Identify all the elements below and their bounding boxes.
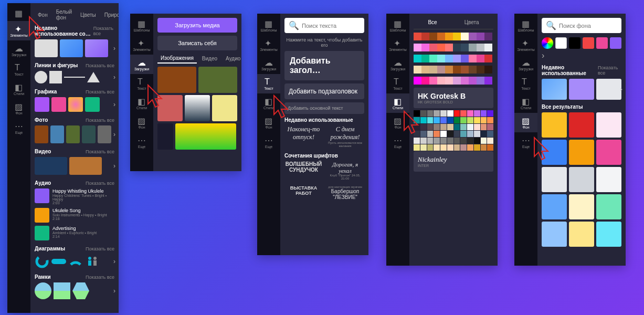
text-preset[interactable]: ВЫСТАВКА РАБОТ	[284, 185, 323, 196]
color-swatch[interactable]	[487, 110, 493, 117]
chevron-right-icon[interactable]: ›	[113, 74, 115, 81]
chevron-right-icon[interactable]: ›	[113, 258, 115, 265]
video-thumb[interactable]	[69, 157, 102, 175]
color-swatch[interactable]	[434, 124, 440, 130]
bg-thumb[interactable]	[569, 222, 594, 247]
color-swatch[interactable]	[469, 77, 477, 85]
color-swatch[interactable]	[610, 37, 621, 49]
font-card[interactable]: HK Grotesk B HK GROTESK BOLD	[414, 88, 493, 108]
color-swatch[interactable]	[414, 55, 421, 62]
color-swatch[interactable]	[454, 124, 460, 130]
color-swatch[interactable]	[467, 144, 473, 151]
recent-thumb[interactable]	[60, 39, 83, 57]
tab-images[interactable]: Изображения	[157, 54, 197, 64]
color-swatch[interactable]	[461, 44, 469, 51]
palette-row[interactable]	[414, 77, 493, 85]
color-swatch[interactable]	[427, 124, 434, 130]
color-swatch[interactable]	[440, 131, 447, 137]
color-swatch[interactable]	[454, 117, 460, 123]
video-thumb[interactable]	[35, 157, 67, 175]
color-swatch[interactable]	[414, 33, 421, 40]
sidebar-styles[interactable]: ◧Стили	[130, 93, 153, 113]
text-preset[interactable]: Наконец-то отпуск!	[284, 125, 323, 141]
color-swatch[interactable]	[487, 144, 493, 151]
bg-thumb[interactable]	[569, 194, 594, 219]
color-swatch[interactable]	[481, 124, 487, 130]
color-swatch[interactable]	[477, 66, 484, 74]
color-swatch[interactable]	[414, 124, 420, 130]
record-self-button[interactable]: Записать себя	[157, 36, 237, 50]
graphic-thumb[interactable]	[35, 97, 49, 112]
chevron-right-icon[interactable]: ›	[620, 86, 622, 93]
color-swatch[interactable]	[420, 131, 427, 137]
sidebar-uploads[interactable]: ☁Загрузки	[257, 55, 280, 74]
bg-thumb[interactable]	[542, 140, 567, 165]
color-swatch[interactable]	[474, 138, 480, 144]
sidebar-styles[interactable]: ◧Стили	[386, 93, 409, 113]
color-swatch[interactable]	[447, 110, 453, 117]
sidebar-background[interactable]: ▨Фон	[386, 113, 409, 132]
color-swatch[interactable]	[420, 117, 427, 123]
upload-thumb[interactable]	[175, 123, 236, 150]
color-swatch[interactable]	[414, 77, 421, 85]
text-preset[interactable]: С днем рождения!	[326, 125, 364, 141]
search-input[interactable]: 🔍	[542, 18, 621, 33]
color-swatch[interactable]	[427, 117, 434, 123]
color-swatch[interactable]	[427, 138, 434, 144]
chart-arc-icon[interactable]	[68, 254, 83, 269]
bg-thumb[interactable]	[569, 140, 594, 165]
sidebar-elements[interactable]: ✦Элементы	[7, 21, 30, 40]
color-swatch[interactable]	[447, 144, 453, 151]
color-picker-icon[interactable]	[542, 37, 553, 49]
sidebar-elements[interactable]: ✦Элементы	[386, 35, 409, 55]
chart-people-icon[interactable]	[85, 254, 100, 269]
color-swatch[interactable]	[569, 37, 580, 49]
color-swatch[interactable]	[453, 55, 461, 62]
color-swatch[interactable]	[477, 55, 484, 62]
color-swatch[interactable]	[440, 138, 447, 144]
photo-thumb[interactable]	[98, 125, 111, 143]
upload-thumb[interactable]	[198, 67, 237, 93]
graphic-thumb[interactable]	[68, 97, 83, 112]
sidebar-background[interactable]: ▨Фон	[130, 113, 153, 132]
bg-thumb[interactable]	[596, 140, 621, 165]
color-swatch[interactable]	[434, 131, 440, 137]
color-swatch[interactable]	[469, 33, 477, 40]
color-swatch[interactable]	[453, 44, 461, 51]
upload-thumb[interactable]	[157, 67, 196, 93]
color-swatch[interactable]	[460, 131, 467, 137]
color-swatch[interactable]	[434, 144, 440, 151]
color-swatch[interactable]	[477, 33, 484, 40]
color-swatch[interactable]	[427, 110, 434, 117]
color-swatch[interactable]	[481, 117, 487, 123]
add-body-button[interactable]: Добавить основной текст	[284, 102, 364, 114]
color-swatch[interactable]	[460, 117, 467, 123]
color-swatch[interactable]	[447, 117, 453, 123]
color-swatch[interactable]	[429, 33, 437, 40]
bg-recent-thumb[interactable]	[542, 79, 567, 100]
tab-video[interactable]: Видео	[199, 54, 220, 63]
color-swatch[interactable]	[474, 110, 480, 117]
palette-row[interactable]	[414, 66, 493, 74]
bg-thumb[interactable]	[542, 194, 567, 219]
color-swatch[interactable]	[481, 131, 487, 137]
bg-thumb[interactable]	[596, 112, 621, 138]
bg-thumb[interactable]	[569, 112, 594, 138]
audio-item[interactable]: Ukulele SongSolo Instruments • Happy • B…	[35, 208, 114, 223]
bg-recent-thumb[interactable]	[569, 79, 594, 100]
color-swatch[interactable]	[437, 33, 445, 40]
color-swatch[interactable]	[487, 124, 493, 130]
bg-thumb[interactable]	[596, 167, 621, 192]
color-swatch[interactable]	[481, 138, 487, 144]
chevron-right-icon[interactable]: ›	[113, 287, 115, 295]
color-swatch[interactable]	[484, 55, 492, 62]
frame-thumb[interactable]	[35, 282, 51, 299]
color-swatch[interactable]	[487, 117, 493, 123]
sidebar-elements[interactable]: ✦Элементы	[514, 35, 537, 55]
color-swatch[interactable]	[429, 66, 437, 74]
bg-thumb[interactable]	[569, 167, 594, 192]
shape-circle[interactable]	[35, 71, 47, 83]
font-card[interactable]: Nickainley INTER	[414, 151, 493, 172]
sidebar-uploads[interactable]: ☁Загрузки	[7, 40, 30, 60]
color-swatch[interactable]	[445, 55, 453, 62]
